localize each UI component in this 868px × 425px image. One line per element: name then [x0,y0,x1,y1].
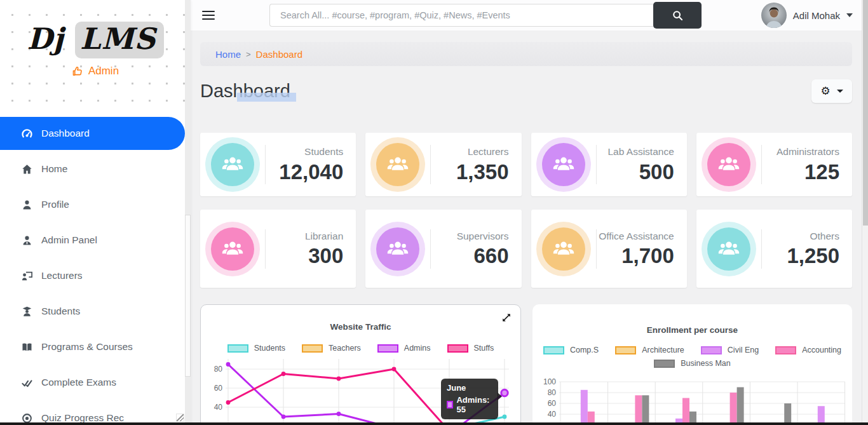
enrollment-chart[interactable]: 100806040 [534,375,851,425]
sidebar-item-label: Dashboard [41,128,90,139]
logo-prefix: Dj [27,22,64,56]
title-row: Dashboard ⚙ [200,78,852,104]
page-scrollbar-thumb[interactable] [863,0,868,226]
sidebar-scrollbar-thumb[interactable] [185,215,191,377]
user-menu[interactable]: Adil Mohak [761,3,853,28]
legend-label: Accounting [802,346,841,354]
student-icon [22,306,32,317]
stat-label: Librarian [305,229,343,243]
chevron-down-icon [846,13,853,17]
svg-text:80: 80 [214,365,223,374]
users-icon [386,153,409,176]
svg-text:60: 60 [214,384,223,393]
sidebar-item-admin-panel[interactable]: Admin Panel [0,224,191,257]
sidebar-scrollbar[interactable] [185,0,191,422]
stat-icon-halo [536,137,591,192]
taskbar-edge [0,422,868,425]
legend-item-comp-s[interactable]: Comp.S [543,346,599,354]
house-icon [22,164,32,175]
page-scrollbar[interactable] [862,0,868,425]
settings-dropdown-button[interactable]: ⚙ [811,79,852,103]
target-icon [22,413,32,424]
search-input[interactable] [269,4,653,27]
stat-card-lab-assistance: Lab Assistance500 [531,133,687,196]
sidebar-item-label: Programs & Courses [41,341,133,353]
sidebar-item-complete-exams[interactable]: Complete Exams [0,366,191,399]
sidebar-item-quiz-progress-rec[interactable]: Quiz Progress Rec [0,401,191,425]
legend-item-civil-eng[interactable]: Civil Eng [701,346,759,354]
legend-item-accounting[interactable]: Accounting [775,346,841,354]
stat-icon-circle [707,143,750,186]
stat-icon-circle [707,227,750,271]
sidebar-item-programs-courses[interactable]: Programs & Courses [0,330,191,363]
stat-icon-halo [370,222,425,276]
main-area: Adil Mohak Home > Dashboard Dashboard ⚙ … [191,0,868,425]
logo-highlight: LMS [75,22,163,58]
sidebar-item-label: Students [41,306,80,317]
expand-icon[interactable] [501,313,512,323]
stat-card-librarian: Librarian300 [200,210,356,288]
content: Home > Dashboard Dashboard ⚙ Students12,… [191,30,868,425]
stat-icon-halo [536,222,591,276]
sidebar: Dj LMS Admin DashboardHomeProfileAdmin P… [0,0,191,425]
legend-swatch [701,346,722,354]
legend-swatch [377,344,398,353]
legend-swatch [615,346,636,354]
stat-card-lecturers: Lecturers1,350 [365,133,521,196]
stat-label: Lab Assistance [607,145,674,159]
user-name: Adil Mohak [793,10,840,21]
users-icon [717,238,740,260]
resize-grip[interactable] [176,414,184,422]
charts-row: Website Traffic StudentsTeachersAdminsSt… [200,304,852,425]
stat-label: Office Assistance [599,229,674,243]
stat-label: Supervisors [457,229,509,243]
sidebar-item-label: Lecturers [41,270,83,281]
topbar: Adil Mohak [191,0,868,30]
legend-item-business-man[interactable]: Business Man [654,359,731,368]
breadcrumb: Home > Dashboard [200,42,852,66]
sidebar-item-profile[interactable]: Profile [0,188,191,221]
enrollment-card: Enrollment per course Comp.SArchitecture… [532,304,852,425]
users-icon [552,238,575,260]
legend-swatch [775,346,796,354]
website-traffic-card: Website Traffic StudentsTeachersAdminsSt… [200,304,521,425]
legend-item-architecture[interactable]: Architecture [615,346,684,354]
sidebar-item-dashboard[interactable]: Dashboard [0,117,185,150]
logo[interactable]: Dj LMS Admin [0,0,191,114]
legend-label: Stuffs [474,344,494,353]
search-bar [269,2,702,29]
legend-item-admins[interactable]: Admins [377,344,431,353]
thumbs-up-icon [72,65,83,77]
admin-role-label: Admin [88,65,119,78]
sidebar-item-lecturers[interactable]: Lecturers [0,259,191,292]
chart-legend: StudentsTeachersAdminsStuffs [201,344,520,353]
admin-role-link[interactable]: Admin [0,65,191,78]
users-icon [221,153,244,176]
chart-title: Website Traffic [201,322,520,332]
stat-card-students: Students12,040 [200,133,356,196]
stat-icon-circle [211,143,254,186]
legend-swatch [447,344,468,353]
stat-value: 12,040 [279,160,343,184]
hamburger-menu-icon[interactable] [202,8,215,22]
stat-icon-halo [702,222,756,276]
breadcrumb-home-link[interactable]: Home [215,49,241,60]
stat-value: 1,250 [787,244,839,268]
avatar [761,3,787,28]
stat-icon-circle [376,227,419,271]
tooltip-swatch [447,401,453,408]
sidebar-menu: DashboardHomeProfileAdmin PanelLecturers… [0,114,191,425]
search-button[interactable] [653,2,702,29]
stat-icon-halo [702,137,756,192]
sidebar-item-label: Complete Exams [41,377,116,388]
sidebar-item-home[interactable]: Home [0,152,191,186]
breadcrumb-current: Dashboard [256,49,302,60]
sidebar-item-students[interactable]: Students [0,295,191,328]
users-icon [717,153,740,176]
stat-label: Students [304,145,343,159]
legend-item-stuffs[interactable]: Stuffs [447,344,494,353]
users-icon [386,238,409,260]
legend-item-teachers[interactable]: Teachers [302,344,361,353]
svg-text:40: 40 [547,410,556,419]
legend-item-students[interactable]: Students [227,344,285,353]
